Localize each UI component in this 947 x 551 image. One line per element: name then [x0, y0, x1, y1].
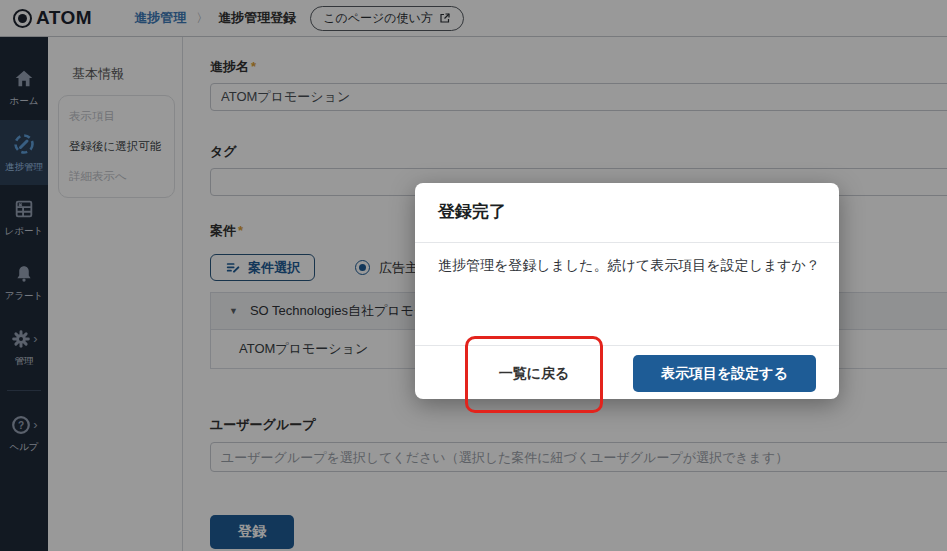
- app-window: ATOM 進捗管理 〉 進捗管理登録 このページの使い方 ホーム: [0, 0, 947, 551]
- registration-complete-dialog: 登録完了 進捗管理を登録しました。続けて表示項目を設定しますか？ 一覧に戻る 表…: [415, 183, 839, 399]
- back-to-list-button[interactable]: 一覧に戻る: [470, 355, 598, 392]
- configure-display-items-button[interactable]: 表示項目を設定する: [633, 355, 816, 392]
- dialog-divider: [415, 242, 839, 243]
- dialog-footer-divider: [415, 345, 839, 346]
- dialog-message: 進捗管理を登録しました。続けて表示項目を設定しますか？: [438, 257, 820, 275]
- dialog-title: 登録完了: [438, 200, 506, 223]
